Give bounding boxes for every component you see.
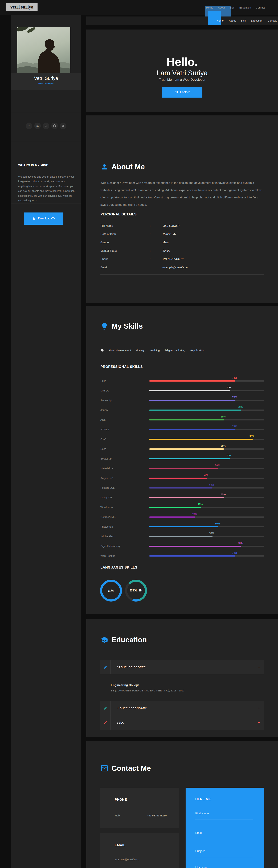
skill-percent: 70%	[226, 386, 231, 389]
detail-colon: :	[150, 266, 163, 269]
skill-bar-track: 70%	[149, 458, 264, 459]
subject-field[interactable]: Subject	[195, 849, 253, 853]
expand-icon[interactable]: +	[258, 701, 260, 715]
hero-tagline: Trust Me I am a Web Developer	[86, 78, 278, 82]
table-row: Gender : Male	[101, 238, 264, 247]
skill-bar-track: 80%	[149, 409, 264, 411]
header-nav-contact[interactable]: Contact	[256, 0, 265, 15]
skill-label: OctoberCMS	[101, 516, 115, 518]
skill-percent: 80%	[238, 406, 243, 408]
skill-bar-fill: 75%	[149, 555, 235, 557]
phone-row: Mob. : +91 9876543210	[115, 814, 174, 817]
skill-percent: 50%	[203, 473, 208, 476]
sticky-nav-contact[interactable]: Contact	[268, 17, 277, 25]
skill-bar-fill: 55%	[149, 487, 213, 489]
linkedin-icon[interactable]: in	[34, 123, 41, 129]
dribbble-icon[interactable]	[60, 123, 66, 129]
accordion-item-bachelor[interactable]: BACHELOR DEGREE −	[101, 660, 264, 675]
email-value: example@gmail.com	[115, 858, 139, 861]
skill-bar-fill: 65%	[149, 497, 224, 498]
facebook-icon[interactable]: f	[26, 123, 32, 129]
skill-bar-fill: 40%	[149, 517, 195, 518]
sticky-nav-home[interactable]: Home	[217, 17, 224, 25]
table-row: Full Name : Vetri Suriya.R	[101, 222, 264, 230]
email-field[interactable]: Email	[195, 831, 253, 835]
email-card-title: EMAIL	[115, 843, 126, 847]
message-field[interactable]: Message	[195, 866, 253, 868]
hero-contact-button[interactable]: Contact	[162, 87, 202, 98]
skill-tag: #web development	[109, 349, 131, 352]
hero-contact-label: Contact	[180, 91, 190, 94]
mail-icon	[175, 91, 178, 94]
skill-bar-fill: 75%	[149, 429, 235, 430]
personal-details-table: Full Name : Vetri Suriya.R Date of Birth…	[101, 222, 264, 272]
accordion-title: HIGHER SECONDARY	[117, 701, 147, 715]
phone-value: +91 9876543210	[147, 814, 167, 817]
skill-bar-track: 70%	[149, 390, 264, 391]
skill-label: Sass	[101, 447, 106, 450]
first-name-field[interactable]: First Name	[195, 812, 253, 815]
table-row: Email : example@gmail.com	[101, 264, 264, 272]
skill-bar-fill: 80%	[149, 546, 241, 547]
detail-value: +91 9876543210	[163, 258, 264, 261]
skill-percent: 65%	[221, 415, 225, 418]
skill-bar-track: 80%	[149, 546, 264, 547]
skill-bar-track: 50%	[149, 477, 264, 479]
personal-details-title: PERSONAL DETAILS	[101, 212, 137, 216]
language-rings: தமிழ் ENGLISH	[100, 580, 147, 601]
skill-percent: 65%	[221, 493, 225, 496]
skill-label: Photoshop	[101, 525, 113, 528]
skill-label: MySQL	[101, 389, 109, 392]
accordion-item-sslc[interactable]: SSLC +	[101, 715, 264, 730]
skill-percent: 75%	[232, 425, 237, 428]
skill-bar-track: 55%	[149, 487, 264, 489]
skill-tag: #design	[136, 349, 145, 352]
header-nav-education[interactable]: Education	[240, 0, 251, 15]
download-cv-button[interactable]: Download CV	[24, 213, 63, 225]
skill-label: Css3	[101, 438, 106, 441]
input-underline	[195, 819, 253, 820]
sidebar-divider	[11, 203, 81, 204]
skill-bar-row: Web Hosting75%	[101, 551, 264, 561]
skill-bar-row: PostgreSQL55%	[101, 483, 264, 493]
github-icon[interactable]	[51, 123, 58, 129]
expand-icon[interactable]: +	[258, 715, 260, 730]
detail-colon: :	[150, 224, 163, 227]
skill-bar-fill: 70%	[149, 458, 230, 459]
profile-role: Web Developer	[11, 82, 81, 85]
sticky-nav-about[interactable]: About	[229, 17, 235, 25]
professional-skills-title: PROFESSIONAL SKILLS	[101, 365, 143, 369]
header-nav-skill[interactable]: Skill	[230, 0, 234, 15]
codepen-icon[interactable]	[43, 123, 49, 129]
skill-bar-track: 65%	[149, 419, 264, 421]
skill-bar-row: Sass65%	[101, 444, 264, 454]
top-header: vetri suriya Home About Skill Education …	[0, 0, 278, 15]
skill-bar-row: Photoshop60%	[101, 522, 264, 531]
skill-bar-track: 55%	[149, 536, 264, 537]
profile-name-card: Vetri Suriya Web Developer	[11, 73, 81, 90]
accordion-item-higher-secondary[interactable]: HIGHER SECONDARY +	[101, 701, 264, 715]
mind-text: We can develop and design anything beyon…	[18, 175, 75, 203]
site-logo[interactable]: vetri suriya	[6, 3, 37, 11]
language-ring-tamil: தமிழ்	[100, 580, 122, 601]
skill-tags: #web development #design #editing #digit…	[101, 348, 204, 352]
pencil-icon	[101, 715, 111, 730]
skill-percent: 75%	[232, 551, 237, 554]
table-row: Phone : +91 9876543210	[101, 255, 264, 264]
collapse-icon[interactable]: −	[258, 660, 260, 674]
skill-percent: 80%	[238, 541, 243, 545]
sticky-nav-skill[interactable]: Skill	[241, 17, 246, 25]
skill-bar-row: Css390%	[101, 434, 264, 444]
skill-bar-fill: 60%	[149, 526, 218, 527]
skills-section: My Skills #web development #design #edit…	[86, 306, 278, 614]
download-icon	[32, 217, 36, 220]
detail-label: Phone	[101, 258, 150, 261]
school-name: Engineering College	[111, 683, 139, 687]
sticky-nav-education[interactable]: Education	[251, 17, 262, 25]
skill-bar-fill: 75%	[149, 380, 235, 381]
detail-value: Vetri Suriya.R	[163, 224, 264, 227]
phone-label: Mob.	[115, 814, 120, 817]
skill-bar-row: OctoberCMS40%	[101, 512, 264, 522]
skill-label: Jquery	[101, 408, 108, 411]
profile-photo	[18, 27, 71, 73]
